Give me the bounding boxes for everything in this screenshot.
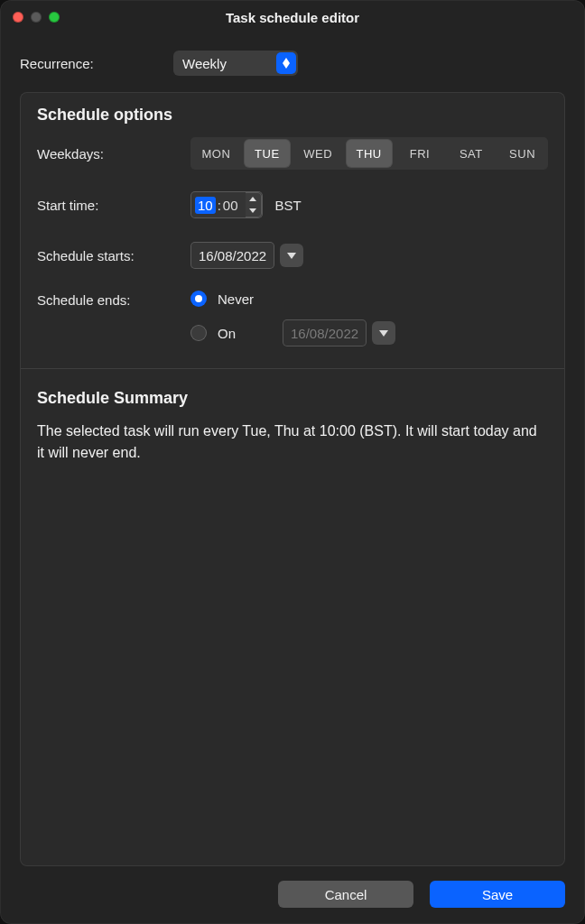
- start-time-hours[interactable]: 10: [195, 197, 216, 214]
- timezone-label: BST: [275, 198, 302, 213]
- date-picker-button[interactable]: [280, 244, 303, 267]
- ends-on-date-picker-button[interactable]: [372, 321, 395, 345]
- schedule-starts-label: Schedule starts:: [37, 248, 190, 263]
- recurrence-select[interactable]: Weekly: [173, 51, 298, 76]
- minimize-window-button[interactable]: [31, 12, 42, 23]
- weekdays-row: Weekdays: MON TUE WED THU FRI SAT SUN: [37, 137, 548, 170]
- cancel-button[interactable]: Cancel: [278, 881, 413, 908]
- schedule-options-title: Schedule options: [37, 106, 548, 125]
- schedule-starts-field[interactable]: 16/08/2022: [190, 242, 303, 269]
- recurrence-label: Recurrence:: [20, 56, 173, 71]
- ends-on-date-field: 16/08/2022: [283, 319, 395, 346]
- time-stepper[interactable]: [246, 192, 262, 217]
- weekday-sat[interactable]: SAT: [445, 137, 497, 170]
- task-schedule-editor-window: Task schedule editor Recurrence: Weekly …: [0, 0, 585, 924]
- schedule-ends-row: Schedule ends: Never On 16/08/2022: [37, 291, 548, 346]
- ends-on-radio[interactable]: [190, 325, 207, 341]
- window-title: Task schedule editor: [226, 10, 359, 25]
- chevron-down-icon: [379, 330, 388, 337]
- divider: [21, 368, 564, 369]
- schedule-starts-value[interactable]: 16/08/2022: [190, 242, 274, 269]
- save-button[interactable]: Save: [430, 881, 565, 908]
- stepper-up-icon[interactable]: [246, 193, 261, 205]
- chevron-down-icon: [287, 253, 296, 259]
- weekdays-segmented: MON TUE WED THU FRI SAT SUN: [190, 137, 548, 170]
- weekday-tue[interactable]: TUE: [245, 140, 290, 167]
- dialog-footer: Cancel Save: [0, 866, 585, 924]
- select-arrows-icon: [276, 52, 296, 74]
- recurrence-value: Weekly: [182, 56, 227, 71]
- schedule-panel: Schedule options Weekdays: MON TUE WED T…: [20, 92, 565, 866]
- schedule-ends-group: Never On 16/08/2022: [190, 291, 395, 346]
- weekday-sun[interactable]: SUN: [497, 137, 548, 170]
- ends-on-value: 16/08/2022: [283, 319, 367, 346]
- ends-never-label: Never: [218, 291, 272, 307]
- close-window-button[interactable]: [13, 12, 23, 23]
- schedule-ends-label: Schedule ends:: [37, 291, 190, 308]
- weekday-thu[interactable]: THU: [347, 140, 392, 167]
- start-time-minutes[interactable]: 00: [223, 198, 242, 213]
- ends-on-row: On 16/08/2022: [190, 319, 395, 346]
- recurrence-row: Recurrence: Weekly: [0, 34, 585, 85]
- weekday-mon[interactable]: MON: [190, 137, 242, 170]
- time-separator: :: [216, 198, 223, 213]
- start-time-row: Start time: 10 : 00 BST: [37, 189, 548, 220]
- ends-never-row: Never: [190, 291, 395, 307]
- ends-never-radio[interactable]: [190, 291, 207, 307]
- stepper-down-icon[interactable]: [246, 205, 261, 217]
- weekday-fri[interactable]: FRI: [395, 137, 446, 170]
- schedule-summary-title: Schedule Summary: [37, 389, 548, 408]
- schedule-starts-row: Schedule starts: 16/08/2022: [37, 240, 548, 271]
- weekday-wed[interactable]: WED: [292, 137, 344, 170]
- weekdays-label: Weekdays:: [37, 146, 190, 162]
- ends-on-label: On: [218, 326, 272, 341]
- zoom-window-button[interactable]: [49, 12, 60, 23]
- schedule-options: Weekdays: MON TUE WED THU FRI SAT SUN St…: [37, 137, 548, 366]
- titlebar: Task schedule editor: [0, 0, 585, 34]
- start-time-label: Start time:: [37, 198, 190, 213]
- start-time-field[interactable]: 10 : 00: [190, 191, 263, 218]
- schedule-summary-text: The selected task will run every Tue, Th…: [37, 420, 543, 464]
- window-controls: [13, 12, 60, 23]
